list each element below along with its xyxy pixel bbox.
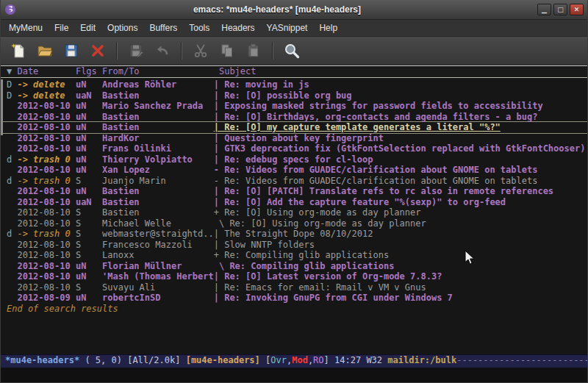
date-cell: -> delete <box>17 79 75 90</box>
message-row[interactable]: 2012-08-10uN'Mash (Thomas Herbert)| Re: … <box>1 271 587 282</box>
scrollbar-thumb[interactable] <box>1 79 3 135</box>
subject-cell: | Re: [O] Latest version of Org-mode 7.8… <box>214 271 442 282</box>
subject-cell: | Re: [O] Add the capture feature "%(sex… <box>214 197 506 207</box>
message-row[interactable]: d-> trash 0SJuanjo Marin- Re: Videos fro… <box>1 176 587 187</box>
date-cell: 2012-08-10 <box>17 112 75 123</box>
flags-cell: uaN <box>76 197 102 208</box>
message-row[interactable]: d-> trash 0Swebmaster@straightd...| The … <box>1 229 587 240</box>
flags-cell: S <box>76 176 102 187</box>
message-row[interactable]: 2012-08-10uNFlorian Müllner \ Re: Compil… <box>1 261 587 272</box>
date-cell: -> trash 0 <box>17 229 75 240</box>
date-cell: 2012-08-10 <box>17 218 75 229</box>
message-row[interactable]: 2012-08-10uNBastien| Re: [O] Birthdays, … <box>1 112 587 123</box>
modeline-buffer-name[interactable]: *mu4e-headers* <box>5 355 85 365</box>
message-row[interactable]: 2012-08-10SBastien+ Re: [O] Using org-mo… <box>1 207 587 218</box>
menu-options[interactable]: Options <box>101 21 143 35</box>
menu-mymenu[interactable]: MyMenu <box>3 21 49 35</box>
subject-cell: + Re: [O] Using org-mode as day planner <box>214 207 421 218</box>
message-row[interactable]: d-> trash 0uNThierry Volpiatto| Re: edeb… <box>1 154 587 165</box>
message-row[interactable]: 2012-08-10uNMario Sanchez Prada| Exposin… <box>1 101 587 112</box>
message-row[interactable]: 2012-08-10uNFrans Oilinki| GTK3 deprecat… <box>1 143 587 154</box>
message-list-buffer: D-> deleteuNAndreas Röhler| Re: moving i… <box>1 78 587 354</box>
headers-column-header[interactable]: ▼DateFlgsFrom/ToSubject <box>1 66 587 78</box>
date-cell: 2012-08-10 <box>17 122 75 133</box>
undo-icon <box>151 40 174 62</box>
save-buffer-icon[interactable] <box>60 40 83 62</box>
message-row[interactable]: 2012-08-10uNHardKor| Question about key … <box>1 133 587 144</box>
message-row[interactable]: 2012-08-09uNrobertcInSD| Re: Invoking Gn… <box>1 293 587 304</box>
message-row[interactable]: D-> deleteuNAndreas Röhler| Re: moving i… <box>1 79 587 90</box>
date-cell: 2012-08-09 <box>17 293 75 304</box>
date-cell: 2012-08-10 <box>17 197 75 208</box>
menu-help[interactable]: Help <box>313 21 343 35</box>
message-row[interactable]: 2012-08-10uNXan Lopez- Re: Videos from G… <box>1 165 587 176</box>
modeline-overwrite-flag: Ovr <box>270 355 287 365</box>
message-row[interactable]: 2012-08-10SMichael Welle \ Re: [O] Using… <box>1 218 587 229</box>
modeline-window-id: W32 <box>366 355 387 365</box>
message-row[interactable]: 2012-08-10uaNBastien| Re: [O] Add the ca… <box>1 197 587 208</box>
flags-cell: S <box>76 207 102 218</box>
from-cell: Bastien <box>102 207 214 218</box>
subject-cell: | Slow NNTP folders <box>214 240 315 250</box>
subject-cell: - Re: Videos from GUADEC/clarification a… <box>214 165 538 175</box>
search-icon[interactable] <box>280 40 304 62</box>
echo-area[interactable] <box>1 368 587 382</box>
window-title: emacs: *mu4e-headers* [mu4e-headers] <box>17 4 537 15</box>
minimize-button[interactable]: ▁ <box>537 4 551 15</box>
message-list: D-> deleteuNAndreas Röhler| Re: moving i… <box>1 79 587 304</box>
maximize-button[interactable]: □ <box>553 4 567 15</box>
from-cell: 'Mash (Thomas Herbert) <box>102 271 214 282</box>
date-cell: 2012-08-10 <box>17 101 75 112</box>
message-row[interactable]: 2012-08-10uNBastien| Re: [O] [PATCH] Tra… <box>1 186 587 197</box>
modeline-modified-flag[interactable]: Mod <box>292 355 308 365</box>
from-cell: Lanoxx <box>102 250 214 261</box>
subject-cell: | Re: [O] possible org bug <box>214 90 352 101</box>
message-row[interactable]: 2012-08-10SFrancesco Mazzoli| Slow NNTP … <box>1 240 587 251</box>
date-cell: 2012-08-10 <box>17 133 75 144</box>
column-header-from[interactable]: From/To <box>102 66 214 76</box>
kill-buffer-icon[interactable] <box>86 40 110 62</box>
menu-file[interactable]: File <box>49 21 74 35</box>
date-cell: 2012-08-10 <box>17 207 75 218</box>
column-header-subject[interactable]: Subject <box>214 66 257 76</box>
close-button[interactable]: ✕ <box>570 4 584 15</box>
paste-icon <box>242 40 265 62</box>
modeline-readonly-flag[interactable]: RO <box>313 355 323 365</box>
open-file-icon[interactable] <box>33 40 57 62</box>
menu-edit[interactable]: Edit <box>74 21 101 35</box>
scrollbar[interactable] <box>1 78 3 354</box>
column-header-date[interactable]: Date <box>17 66 75 76</box>
from-cell: Bastien <box>102 90 214 101</box>
flags-cell: uN <box>76 186 102 197</box>
mark-cell: d <box>7 154 17 165</box>
from-cell: Bastien <box>102 186 214 197</box>
flags-cell: uaN <box>76 90 102 101</box>
from-cell: Andreas Röhler <box>102 79 214 90</box>
flags-cell: uN <box>76 112 102 123</box>
message-row[interactable]: 2012-08-10SSuvayu Ali| Re: Emacs for ema… <box>1 282 587 293</box>
from-cell: Thierry Volpiatto <box>102 154 214 165</box>
subject-cell: | GTK3 deprecation fix (GtkFontSelection… <box>214 143 586 154</box>
menu-buffers[interactable]: Buffers <box>143 21 183 35</box>
from-cell: Florian Müllner <box>102 261 214 272</box>
message-row[interactable]: 2012-08-10SLanoxx+ Re: Compiling glib ap… <box>1 250 587 261</box>
menu-yasnippet[interactable]: YASnippet <box>261 21 314 35</box>
new-file-icon[interactable] <box>7 40 30 62</box>
modeline-maildir: maildir:/bulk <box>387 355 456 365</box>
cut-icon <box>189 40 212 62</box>
column-header-flags[interactable]: Flgs <box>76 66 102 76</box>
message-row[interactable]: D-> deleteuaNBastien| Re: [O] possible o… <box>1 90 587 101</box>
flags-cell: uN <box>76 79 102 90</box>
menu-headers[interactable]: Headers <box>215 21 260 35</box>
subject-cell: | Re: Invoking GnuPG from CGI under Wind… <box>214 293 453 303</box>
subject-cell: \ Re: [O] Using org-mode as day planner <box>214 218 426 229</box>
modeline-major-mode[interactable]: [mu4e-headers] <box>186 355 265 365</box>
message-row[interactable]: 2012-08-10uNBastien| Re: [O] my capture … <box>1 122 587 133</box>
titlebar[interactable]: emacs: *mu4e-headers* [mu4e-headers] ▁□✕ <box>1 0 587 20</box>
sort-direction-icon[interactable]: ▼ <box>7 66 17 76</box>
menu-tools[interactable]: Tools <box>183 21 215 35</box>
date-cell: 2012-08-10 <box>17 165 75 176</box>
modeline-size: [All/2.0k] <box>127 355 185 365</box>
mode-line[interactable]: *mu4e-headers* ( 5, 0) [All/2.0k] [mu4e-… <box>1 354 587 368</box>
flags-cell: uN <box>76 133 102 144</box>
